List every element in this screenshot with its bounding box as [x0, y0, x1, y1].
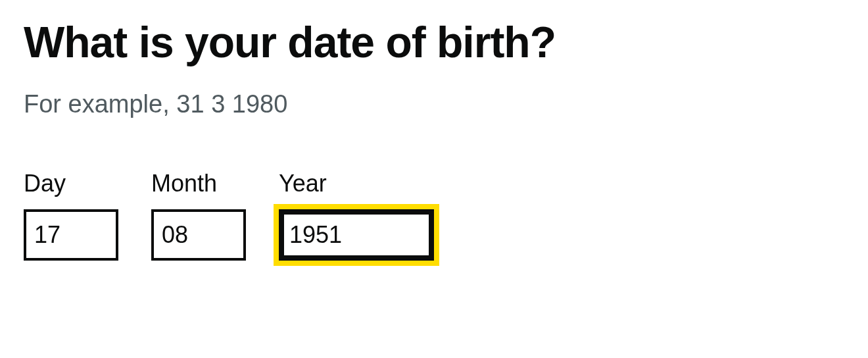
month-label: Month: [151, 170, 246, 197]
month-field-wrapper: Month: [151, 170, 246, 261]
page-heading: What is your date of birth?: [24, 20, 844, 65]
year-label: Year: [279, 170, 434, 197]
month-input[interactable]: [151, 209, 246, 261]
date-input-group: Day Month Year: [24, 170, 844, 261]
hint-text: For example, 31 3 1980: [24, 90, 844, 118]
year-field-wrapper: Year: [279, 170, 434, 261]
day-input[interactable]: [24, 209, 118, 261]
year-input[interactable]: [279, 209, 434, 261]
day-label: Day: [24, 170, 118, 197]
day-field-wrapper: Day: [24, 170, 118, 261]
